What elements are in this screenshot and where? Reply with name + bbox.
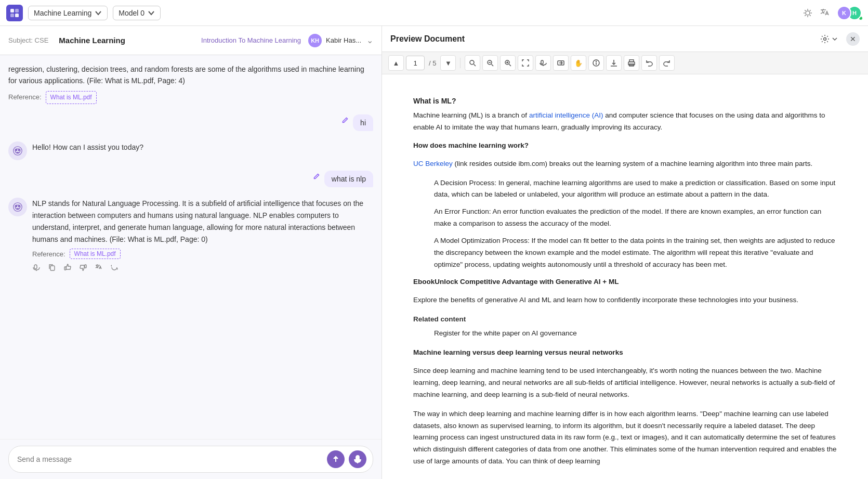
pdf-error-function: An Error Function: An error function eva… — [434, 206, 837, 230]
svg-point-18 — [18, 206, 19, 207]
page-number-input[interactable] — [406, 56, 425, 70]
sun-icon[interactable] — [803, 8, 813, 18]
chat-area: regression, clustering, decision trees, … — [0, 55, 382, 439]
svg-point-15 — [18, 150, 19, 151]
pdf-deep-learn-section: The way in which deep learning and machi… — [413, 408, 837, 468]
top-bar-icons: K H — [803, 6, 862, 20]
preview-title: Preview Document — [390, 34, 816, 44]
msg2-ref-tag[interactable]: What is ML.pdf — [70, 249, 121, 259]
ref-label: Reference: — [8, 92, 42, 103]
pdf-ml-vs-dl-section: Machine learning versus deep learning ve… — [413, 347, 837, 401]
fullscreen-button[interactable] — [518, 55, 533, 71]
main-layout: Subject: CSE Machine Learning Introducti… — [0, 26, 868, 479]
right-panel: Preview Document ✕ ▲ / 5 ▼ — [382, 26, 868, 479]
print-button[interactable] — [624, 55, 639, 71]
pdf-decision-process: A Decision Process: In general, machine … — [434, 177, 837, 201]
settings-dropdown[interactable] — [816, 32, 842, 46]
page-down-button[interactable]: ▼ — [440, 55, 456, 71]
pdf-ml-vs-dl-title: Machine learning versus deep learning ve… — [413, 347, 837, 359]
model-dropdown[interactable]: Model 0 — [113, 6, 161, 20]
pdf-ml-vs-dl-text: Since deep learning and machine learning… — [413, 365, 837, 401]
page-up-button[interactable]: ▲ — [388, 55, 404, 71]
pdf-section1-h2: How does machine learning work? — [413, 140, 837, 152]
user-message-1: hi — [8, 114, 373, 131]
msg2-reference: Reference: What is ML.pdf — [32, 249, 373, 259]
svg-point-16 — [14, 203, 22, 212]
pdf-model-opt: A Model Optimization Process: If the mod… — [434, 235, 837, 271]
pdf-related-head: Related content — [413, 314, 837, 326]
bot-avatar-1 — [8, 141, 27, 160]
bot-text-2: NLP stands for Natural Language Processi… — [32, 198, 373, 245]
svg-point-13 — [14, 147, 22, 156]
copy-icon[interactable] — [48, 263, 56, 271]
svg-line-36 — [509, 64, 511, 67]
preview-header-actions: ✕ — [816, 32, 860, 46]
gear-icon — [820, 34, 830, 44]
audio-preview-button[interactable] — [535, 55, 551, 71]
zoom-in-button[interactable] — [500, 55, 516, 71]
send-button[interactable] — [327, 450, 345, 468]
pdf-section1-title: What is ML? — [413, 95, 837, 108]
pdf-ebook-section: EbookUnlock Competitive Advantage with G… — [413, 276, 837, 306]
pan-button[interactable]: ✋ — [571, 55, 586, 71]
breadcrumb-avatar: KH Kabir Has... ⌄ — [307, 33, 373, 48]
fit-width-button[interactable] — [553, 55, 569, 71]
info-button[interactable] — [588, 55, 604, 71]
svg-rect-37 — [541, 60, 543, 64]
svg-rect-22 — [64, 267, 66, 270]
input-inner — [8, 446, 373, 473]
svg-rect-21 — [50, 266, 55, 270]
pdf-deep-learn-p: The way in which deep learning and machi… — [413, 408, 837, 468]
audio-icon[interactable] — [32, 263, 41, 271]
undo-button[interactable] — [641, 55, 657, 71]
refresh-icon[interactable] — [110, 263, 119, 271]
workspace-label: Machine Learning — [34, 9, 91, 17]
close-preview-button[interactable]: ✕ — [846, 32, 860, 46]
message-input[interactable] — [17, 455, 323, 463]
bot-message-2: NLP stands for Natural Language Processi… — [8, 198, 373, 271]
thumbs-up-icon[interactable] — [63, 263, 72, 271]
zoom-out-button[interactable] — [482, 55, 498, 71]
svg-line-9 — [805, 10, 806, 11]
translate-icon[interactable] — [819, 7, 831, 19]
message-actions — [32, 263, 373, 271]
workspace-dropdown[interactable]: Machine Learning — [28, 6, 108, 20]
preview-toolbar: ▲ / 5 ▼ ✋ — [382, 52, 868, 74]
breadcrumb-current: Machine Learning — [59, 36, 201, 45]
svg-rect-1 — [15, 9, 19, 12]
pdf-ebook-title: EbookUnlock Competitive Advantage with G… — [413, 276, 837, 288]
bot-avatar-2 — [8, 198, 27, 216]
search-button[interactable] — [465, 55, 480, 71]
pdf-ai-link[interactable]: artificial intelligence (AI) — [529, 111, 603, 119]
user-bubble-2: what is nlp — [324, 171, 373, 187]
context-reference: Reference: What is ML.pdf — [8, 91, 373, 104]
left-panel: Subject: CSE Machine Learning Introducti… — [0, 26, 382, 479]
msg2-ref-label: Reference: — [32, 250, 65, 258]
svg-line-29 — [474, 64, 476, 67]
svg-point-4 — [806, 11, 810, 15]
pdf-berkeley-link[interactable]: UC Berkeley — [413, 160, 453, 167]
svg-point-27 — [824, 37, 826, 40]
svg-rect-2 — [10, 14, 14, 17]
pdf-p1-text: Machine learning (ML) is a branch of — [413, 111, 527, 119]
breadcrumb-chevron[interactable]: ⌄ — [366, 35, 373, 45]
edit-message-2-icon[interactable] — [313, 173, 320, 182]
translate-action-icon[interactable] — [95, 263, 103, 271]
pdf-p2-rest: (link resides outside ibm.com) breaks ou… — [455, 160, 813, 167]
user-message-2: what is nlp — [8, 171, 373, 187]
preview-header: Preview Document ✕ — [382, 26, 868, 52]
mic-button[interactable] — [349, 450, 366, 468]
bot-message-1: Hello! How can I assist you today? — [8, 141, 373, 160]
download-button[interactable] — [606, 55, 622, 71]
svg-point-14 — [16, 150, 17, 151]
svg-rect-19 — [34, 265, 37, 269]
pdf-section1-p1: Machine learning (ML) is a branch of art… — [413, 110, 837, 134]
page-separator: / 5 — [429, 59, 436, 67]
redo-button[interactable] — [659, 55, 675, 71]
svg-rect-0 — [10, 9, 14, 12]
edit-message-1-icon[interactable] — [341, 116, 349, 126]
breadcrumb-subject: Subject: CSE — [8, 36, 48, 44]
thumbs-down-icon[interactable] — [79, 263, 87, 271]
svg-line-11 — [810, 10, 811, 11]
context-ref-tag[interactable]: What is ML.pdf — [46, 91, 97, 104]
